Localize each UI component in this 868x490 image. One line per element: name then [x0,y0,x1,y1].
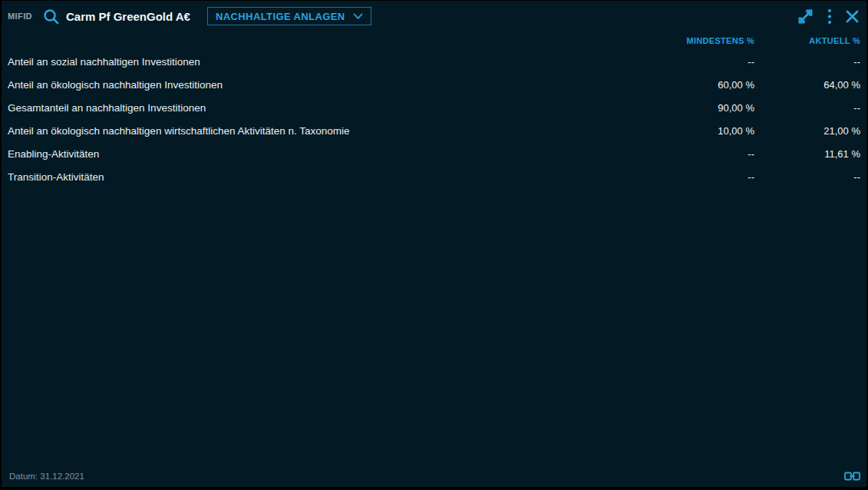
search-icon [42,8,60,25]
row-aktuell-value: 64,00 % [754,79,860,91]
row-label: Enabling-Aktivitäten [8,148,632,160]
row-min-value: -- [632,148,754,160]
row-aktuell-value: -- [754,102,860,114]
sustainability-table: MINDESTENS % AKTUELL % Anteil an sozial … [2,31,866,188]
search-button[interactable] [41,6,61,26]
expand-icon [797,8,814,25]
kebab-menu-icon [827,8,832,25]
window-controls [797,8,859,25]
row-aktuell-value: 11,61 % [754,148,860,160]
table-row: Transition-Aktivitäten -- -- [8,165,860,188]
expand-button[interactable] [797,8,814,25]
link-button[interactable] [844,472,860,481]
row-aktuell-value: -- [754,56,860,68]
close-icon [846,10,859,23]
table-row: Gesamtanteil an nachhaltigen Investition… [8,96,860,119]
row-aktuell-value: -- [754,171,860,183]
row-min-value: -- [632,56,754,68]
row-label: Transition-Aktivitäten [8,171,632,183]
table-row: Anteil an sozial nachhaltigen Investitio… [8,50,860,73]
instrument-title: Carm Pf GreenGold A€ [66,10,190,23]
chevron-down-icon [353,13,363,20]
table-row: Anteil an ökologisch nachhaltigen wirtsc… [8,119,860,142]
column-header-mindestens: MINDESTENS % [632,36,754,45]
row-min-value: 90,00 % [632,102,754,114]
link-icon [844,472,860,481]
top-bar: MIFID Carm Pf GreenGold A€ NACHHALTIGE A… [2,1,866,31]
section-dropdown[interactable]: NACHHALTIGE ANLAGEN [207,7,371,25]
row-label: Anteil an ökologisch nachhaltigen wirtsc… [8,125,632,137]
section-dropdown-label: NACHHALTIGE ANLAGEN [216,11,345,22]
row-min-value: 10,00 % [632,125,754,137]
close-button[interactable] [846,10,859,23]
table-row: Enabling-Aktivitäten -- 11,61 % [8,142,860,165]
row-label: Anteil an sozial nachhaltigen Investitio… [8,56,632,68]
row-label: Gesamtanteil an nachhaltigen Investition… [8,102,632,114]
footer-date: Datum: 31.12.2021 [9,472,84,481]
table-header-row: MINDESTENS % AKTUELL % [8,31,860,50]
table-row: Anteil an ökologisch nachhaltigen Invest… [8,73,860,96]
row-label: Anteil an ökologisch nachhaltigen Invest… [8,79,632,91]
row-min-value: -- [632,171,754,183]
kebab-menu-button[interactable] [827,8,832,25]
row-aktuell-value: 21,00 % [754,125,860,137]
column-header-aktuell: AKTUELL % [754,36,860,45]
app-label: MIFID [8,12,32,21]
row-min-value: 60,00 % [632,79,754,91]
mifid-panel: MIFID Carm Pf GreenGold A€ NACHHALTIGE A… [2,1,866,487]
